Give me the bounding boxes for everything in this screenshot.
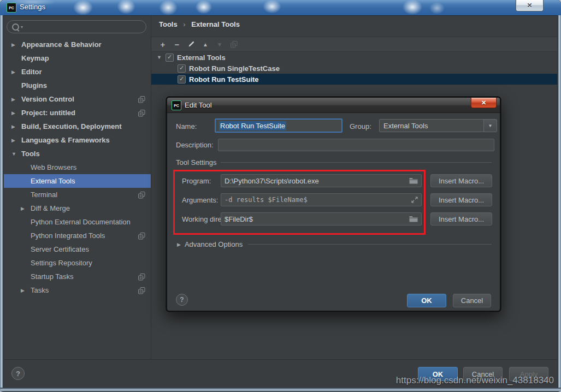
shared-settings-icon <box>138 96 145 103</box>
folder-icon[interactable] <box>409 177 418 184</box>
sidebar-item-tasks[interactable]: ▶ Tasks <box>4 283 151 297</box>
description-input[interactable] <box>218 139 494 151</box>
sidebar-item-plugins[interactable]: Plugins <box>4 79 151 92</box>
arrow-up-icon: ▲ <box>203 41 208 47</box>
group-select[interactable]: External Tools ▼ <box>379 119 497 132</box>
chevron-right-icon: ▶ <box>21 206 31 211</box>
window-titlebar: PC Settings ✕ <box>0 0 561 15</box>
arrow-down-icon: ▼ <box>217 41 222 47</box>
check-icon: ✓ <box>179 65 184 71</box>
group-value: External Tools <box>380 122 483 130</box>
sidebar-item-label: Diff & Merge <box>31 204 70 212</box>
dialog-title: Edit Tool <box>185 101 212 109</box>
sidebar-item-appearance-behavior[interactable]: ▶ Appearance & Behavior <box>4 38 151 51</box>
working-directory-input[interactable]: $FileDir$ <box>221 212 422 225</box>
window-close-button[interactable]: ✕ <box>516 0 544 11</box>
edit-tool-dialog: PC Edit Tool ✕ Name: Robot Run TestSuite… <box>166 96 501 312</box>
sidebar-item-version-control[interactable]: ▶ Version Control <box>4 92 151 106</box>
sidebar-item-settings-repository[interactable]: Settings Repository <box>4 256 151 270</box>
sidebar-item-diff-merge[interactable]: ▶ Diff & Merge <box>4 201 151 215</box>
insert-macro-button[interactable]: Insert Macro... <box>430 193 492 206</box>
sidebar-item-build-execution-deployment[interactable]: ▶ Build, Execution, Deployment <box>4 120 151 133</box>
folder-icon[interactable] <box>409 216 418 222</box>
sidebar-item-label: Terminal <box>31 191 57 199</box>
dialog-ok-button[interactable]: OK <box>407 294 446 307</box>
tree-row-label: Robot Run SingleTestCase <box>189 64 280 73</box>
help-button[interactable]: ? <box>11 367 25 380</box>
tree-toolbar: + − ▲ ▼ <box>151 37 557 52</box>
program-label: Program: <box>182 177 211 185</box>
insert-macro-button[interactable]: Insert Macro... <box>430 174 492 187</box>
name-value: Robot Run TestSuite <box>219 121 286 130</box>
sidebar-item-label: Version Control <box>21 95 74 103</box>
dialog-help-button[interactable]: ? <box>176 294 188 306</box>
insert-macro-button[interactable]: Insert Macro... <box>430 212 492 225</box>
sidebar-item-label: Web Browsers <box>31 163 76 171</box>
dialog-close-button[interactable]: ✕ <box>471 98 497 108</box>
chevron-right-icon: ▶ <box>177 242 181 247</box>
search-icon <box>12 23 19 31</box>
sidebar-item-label: External Tools <box>31 177 75 185</box>
program-value: D:\Python37\Scripts\robot.exe <box>225 177 406 185</box>
tree-row-external-tools[interactable]: ▼ ✓ External Tools <box>151 52 557 63</box>
program-input[interactable]: D:\Python37\Scripts\robot.exe <box>221 174 422 187</box>
move-down-button[interactable]: ▼ <box>212 38 227 50</box>
checkbox[interactable]: ✓ <box>178 75 186 84</box>
sidebar-item-tools[interactable]: ▼ Tools <box>4 147 151 161</box>
sidebar-item-editor[interactable]: ▶ Editor <box>4 65 151 79</box>
sidebar-item-external-tools[interactable]: External Tools <box>4 174 151 188</box>
breadcrumb-tools[interactable]: Tools <box>159 20 178 28</box>
tree-row-robot-run-testsuite[interactable]: ✓ Robot Run TestSuite <box>151 74 557 85</box>
arguments-label: Arguments: <box>182 196 218 204</box>
sidebar-item-project-untitled[interactable]: ▶ Project: untitled <box>4 106 151 120</box>
move-up-button[interactable]: ▲ <box>198 38 212 50</box>
arguments-input[interactable]: -d results $FileName$ <box>221 193 422 206</box>
tree-row-label: External Tools <box>177 54 226 62</box>
close-icon: ✕ <box>481 100 486 106</box>
question-icon: ? <box>16 370 20 378</box>
external-tools-tree: ▼ ✓ External Tools ✓ Robot Run SingleTes… <box>151 52 557 85</box>
dialog-titlebar: PC Edit Tool ✕ <box>167 98 500 113</box>
shared-settings-icon <box>138 287 145 294</box>
search-input[interactable]: ▾ <box>7 20 146 33</box>
sidebar-item-languages-frameworks[interactable]: ▶ Languages & Frameworks <box>4 133 151 147</box>
name-label: Name: <box>176 122 197 130</box>
remove-button[interactable]: − <box>170 38 184 50</box>
settings-window: PC Settings ✕ ▾ ▶ Appearance & Behavior … <box>0 0 561 392</box>
window-frame-bottom <box>0 388 561 392</box>
window-frame-right <box>557 15 561 392</box>
sidebar-item-label: Tasks <box>31 286 49 294</box>
chevron-right-icon: ▶ <box>11 138 21 143</box>
sidebar-item-label: Appearance & Behavior <box>21 40 102 49</box>
settings-nav: ▶ Appearance & Behavior Keymap ▶ Editor … <box>4 38 151 297</box>
sidebar-item-keymap[interactable]: Keymap <box>4 51 151 65</box>
add-button[interactable]: + <box>156 38 170 50</box>
sidebar-item-label: Settings Repository <box>31 259 92 267</box>
name-input[interactable]: Robot Run TestSuite <box>215 118 342 133</box>
expand-icon[interactable] <box>411 197 418 203</box>
checkbox[interactable]: ✓ <box>178 64 186 73</box>
section-divider <box>248 244 492 245</box>
chevron-down-icon: ▼ <box>11 151 21 157</box>
sidebar-item-server-certificates[interactable]: Server Certificates <box>4 242 151 256</box>
sidebar-item-python-external-documentation[interactable]: Python External Documentation <box>4 215 151 229</box>
tree-row-robot-run-singletestcase[interactable]: ✓ Robot Run SingleTestCase <box>151 63 557 74</box>
sidebar-item-python-integrated-tools[interactable]: Python Integrated Tools <box>4 229 151 242</box>
sidebar-item-label: Plugins <box>21 81 47 90</box>
checkbox[interactable]: ✓ <box>166 54 174 62</box>
close-icon: ✕ <box>527 2 532 9</box>
copy-button[interactable] <box>227 38 241 50</box>
sidebar-item-web-browsers[interactable]: Web Browsers <box>4 161 151 174</box>
chevron-down-icon[interactable]: ▼ <box>483 120 497 132</box>
advanced-options-label: Advanced Options <box>185 240 243 248</box>
edit-button[interactable] <box>184 38 198 50</box>
shared-settings-icon <box>138 191 145 198</box>
dialog-cancel-button[interactable]: Cancel <box>453 294 491 307</box>
pycharm-logo-icon: PC <box>172 100 181 110</box>
sidebar-item-terminal[interactable]: Terminal <box>4 188 151 201</box>
group-label: Group: <box>350 122 371 130</box>
plus-icon: + <box>161 40 166 49</box>
arguments-value: -d results $FileName$ <box>225 196 408 204</box>
sidebar-item-startup-tasks[interactable]: Startup Tasks <box>4 270 151 283</box>
advanced-options-toggle[interactable]: ▶ Advanced Options <box>177 240 492 248</box>
